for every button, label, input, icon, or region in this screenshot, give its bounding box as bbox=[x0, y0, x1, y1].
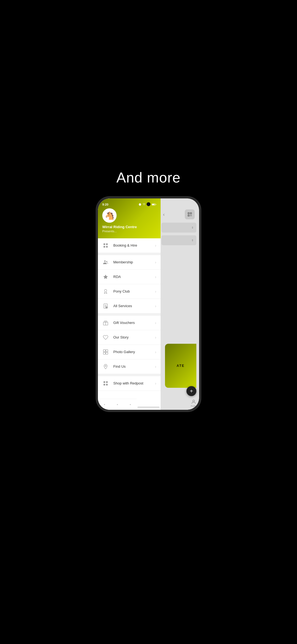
menu-item-find-us[interactable]: Find Us › bbox=[98, 359, 161, 374]
all-services-label: All Services bbox=[113, 304, 155, 308]
profile-icon bbox=[191, 399, 196, 405]
status-time: 9:20 bbox=[102, 203, 108, 206]
photo-gallery-label: Photo Gallery bbox=[113, 350, 155, 354]
gift-icon bbox=[102, 320, 109, 326]
svg-rect-6 bbox=[152, 204, 155, 205]
star-icon bbox=[102, 274, 109, 280]
pony-club-chevron: › bbox=[155, 289, 156, 294]
svg-rect-8 bbox=[104, 243, 105, 245]
menu-item-shop[interactable]: Shop with Redpost › bbox=[98, 376, 161, 391]
wifi-icon bbox=[142, 203, 146, 206]
shop-icon bbox=[102, 380, 109, 387]
bottom-nav-bar bbox=[98, 399, 137, 410]
membership-label: Membership bbox=[113, 260, 155, 264]
svg-point-13 bbox=[106, 261, 107, 262]
camera-notch bbox=[147, 202, 150, 206]
nav-dot-1 bbox=[104, 404, 105, 405]
menu-item-photo-gallery[interactable]: Photo Gallery › bbox=[98, 345, 161, 359]
shop-label: Shop with Redpost bbox=[113, 381, 155, 385]
phone-frame: 9:20 bbox=[96, 197, 201, 411]
svg-rect-9 bbox=[106, 243, 108, 245]
booking-label: Booking & Hire bbox=[113, 243, 155, 247]
our-story-chevron: › bbox=[155, 335, 156, 340]
svg-rect-27 bbox=[103, 352, 106, 354]
menu-item-booking[interactable]: Booking & Hire › bbox=[98, 238, 161, 253]
svg-point-0 bbox=[139, 203, 141, 206]
menu-item-rda[interactable]: RDA › bbox=[98, 270, 161, 284]
svg-rect-42 bbox=[190, 215, 191, 216]
svg-rect-37 bbox=[188, 213, 189, 214]
gift-vouchers-chevron: › bbox=[155, 321, 156, 325]
document-icon: S bbox=[102, 303, 109, 309]
menu-item-our-story[interactable]: Our Story › bbox=[98, 330, 161, 345]
rda-label: RDA bbox=[113, 275, 155, 279]
section-divider-3 bbox=[98, 374, 161, 376]
svg-rect-38 bbox=[191, 213, 191, 214]
fab-button[interactable]: + bbox=[186, 386, 196, 396]
svg-rect-31 bbox=[106, 381, 108, 383]
right-card-area: ATE bbox=[161, 248, 196, 410]
svg-rect-11 bbox=[106, 246, 108, 248]
menu-item-membership[interactable]: Membership › bbox=[98, 255, 161, 270]
svg-rect-40 bbox=[190, 215, 191, 215]
qr-icon bbox=[187, 212, 192, 217]
brand-name: Wirral Riding Centre bbox=[102, 225, 156, 230]
location-icon bbox=[102, 363, 109, 370]
svg-rect-25 bbox=[103, 350, 106, 352]
menu-item-all-services[interactable]: S All Services › bbox=[98, 299, 161, 313]
nav-dot-2 bbox=[117, 404, 118, 405]
svg-point-12 bbox=[104, 260, 106, 262]
menu-item-pony-club[interactable]: Pony Club › bbox=[98, 284, 161, 299]
select-arrows-icon-2 bbox=[191, 239, 194, 242]
right-select-2[interactable] bbox=[161, 235, 196, 245]
svg-rect-39 bbox=[188, 215, 189, 216]
profile-label: Profile bbox=[191, 405, 196, 407]
svg-rect-30 bbox=[104, 381, 105, 383]
nav-dot-3 bbox=[130, 404, 131, 405]
svg-rect-41 bbox=[191, 215, 192, 215]
card-text: ATE bbox=[177, 364, 185, 368]
phone-screen: 9:20 bbox=[98, 198, 199, 410]
shop-chevron: › bbox=[155, 381, 156, 386]
menu-item-gift-vouchers[interactable]: Gift Vouchers › bbox=[98, 316, 161, 330]
photo-gallery-chevron: › bbox=[155, 350, 156, 354]
svg-rect-10 bbox=[104, 246, 105, 248]
pony-club-label: Pony Club bbox=[113, 289, 155, 293]
gift-vouchers-label: Gift Vouchers bbox=[113, 321, 155, 325]
bottom-nav-right: Profile bbox=[191, 399, 196, 407]
right-select-1[interactable] bbox=[161, 223, 196, 233]
svg-marker-14 bbox=[103, 275, 108, 279]
rda-chevron: › bbox=[155, 275, 156, 279]
all-services-chevron: › bbox=[155, 304, 156, 308]
section-divider-1 bbox=[98, 253, 161, 255]
svg-rect-7 bbox=[156, 204, 156, 205]
gallery-icon bbox=[102, 349, 109, 355]
qr-button[interactable] bbox=[185, 209, 195, 219]
left-panel: 9:20 bbox=[98, 198, 161, 410]
right-panel-header: ‹ bbox=[161, 208, 196, 223]
battery-icon bbox=[152, 203, 156, 206]
booking-chevron: › bbox=[155, 243, 156, 248]
status-bar: 9:20 bbox=[98, 198, 161, 208]
logo-horse-icon: 🐴 bbox=[105, 211, 114, 220]
find-us-chevron: › bbox=[155, 364, 156, 369]
mic-icon bbox=[139, 203, 141, 206]
select-arrows-icon bbox=[191, 226, 194, 229]
svg-rect-28 bbox=[106, 352, 108, 354]
people-icon bbox=[102, 259, 109, 266]
svg-point-44 bbox=[193, 400, 195, 402]
brand-tagline: Presents... bbox=[102, 230, 156, 233]
page-title: And more bbox=[116, 169, 180, 186]
back-button[interactable]: ‹ bbox=[163, 212, 165, 217]
heart-icon bbox=[102, 334, 109, 341]
membership-chevron: › bbox=[155, 260, 156, 264]
svg-rect-33 bbox=[106, 384, 108, 386]
grid-icon bbox=[102, 242, 109, 249]
svg-point-29 bbox=[105, 365, 106, 366]
svg-point-15 bbox=[105, 289, 107, 291]
svg-rect-32 bbox=[104, 384, 105, 386]
svg-text:S: S bbox=[106, 307, 107, 308]
yellow-card: ATE bbox=[165, 344, 196, 388]
menu-list: Booking & Hire › Membership › bbox=[98, 238, 161, 410]
home-indicator bbox=[138, 407, 160, 408]
